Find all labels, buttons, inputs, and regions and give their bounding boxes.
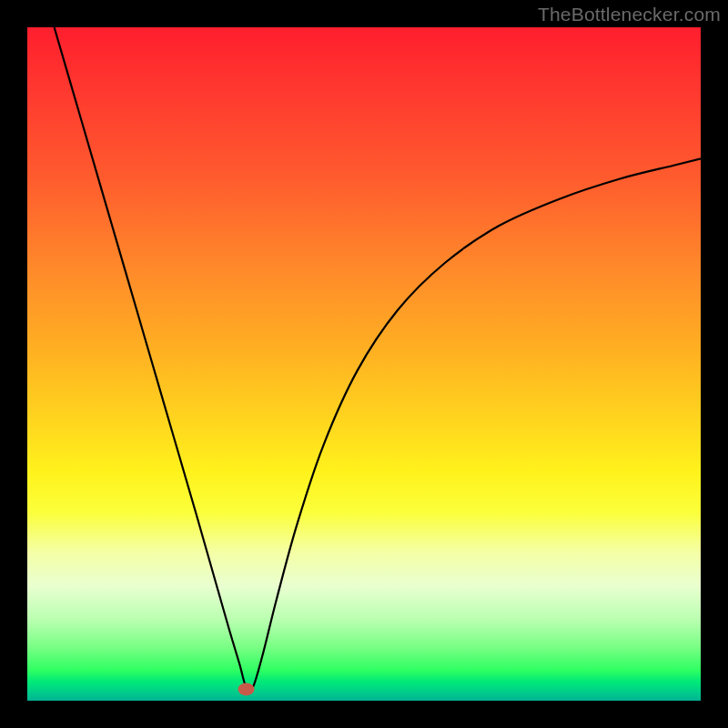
chart-svg <box>27 27 701 701</box>
chart-frame: TheBottlenecker.com <box>0 0 728 728</box>
watermark-text: TheBottlenecker.com <box>538 4 721 25</box>
bottleneck-curve <box>55 27 701 691</box>
plot-area <box>27 27 701 701</box>
minimum-marker <box>238 682 255 695</box>
